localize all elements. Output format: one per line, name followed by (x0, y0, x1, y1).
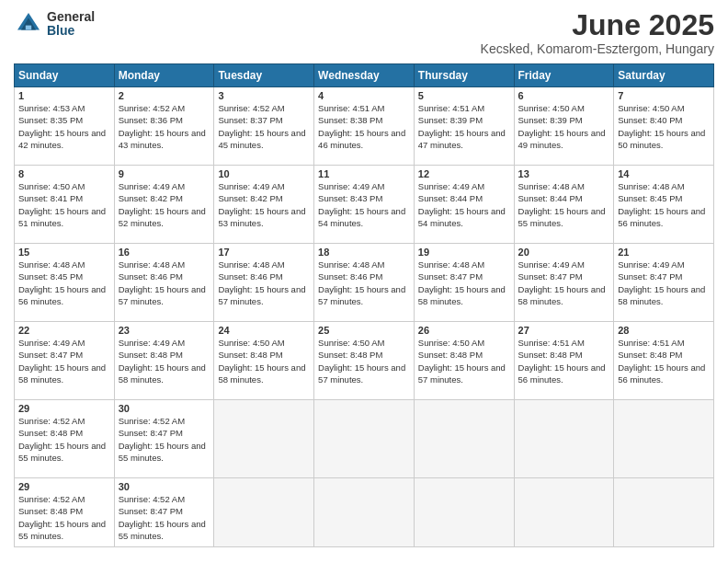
sunrise-text: Sunrise: 4:49 AM (218, 181, 284, 191)
sunset-text: Sunset: 8:42 PM (218, 193, 282, 203)
day-info: Sunrise: 4:51 AM Sunset: 8:39 PM Dayligh… (418, 102, 510, 151)
day-info: Sunrise: 4:49 AM Sunset: 8:43 PM Dayligh… (318, 180, 410, 229)
sunrise-text: Sunrise: 4:48 AM (418, 259, 484, 270)
day-info: Sunrise: 4:48 AM Sunset: 8:45 PM Dayligh… (18, 259, 110, 307)
logo-general-text: General (47, 10, 95, 24)
daylight-text: Daylight: 15 hours and 58 minutes. (518, 284, 606, 306)
table-row: 15 Sunrise: 4:48 AM Sunset: 8:45 PM Dayl… (15, 244, 115, 322)
sunset-text: Sunset: 8:48 PM (119, 350, 183, 360)
sunrise-text: Sunrise: 4:49 AM (318, 181, 384, 191)
day-number: 6 (518, 90, 610, 101)
table-row: 27 Sunrise: 4:51 AM Sunset: 8:48 PM Dayl… (514, 322, 614, 400)
sunrise-text: Sunrise: 4:48 AM (318, 259, 384, 270)
daylight-text: Daylight: 15 hours and 43 minutes. (119, 128, 206, 150)
daylight-text: Daylight: 15 hours and 49 minutes. (518, 128, 606, 150)
day-number: 19 (418, 247, 510, 258)
day-number: 30 (119, 403, 210, 414)
day-number: 21 (618, 247, 710, 258)
sunrise-text: Sunrise: 4:53 AM (18, 103, 85, 113)
daylight-text: Daylight: 15 hours and 55 minutes. (119, 441, 206, 463)
table-row: 6 Sunrise: 4:50 AM Sunset: 8:39 PM Dayli… (514, 87, 614, 166)
table-row: 23 Sunrise: 4:49 AM Sunset: 8:48 PM Dayl… (114, 322, 214, 400)
daylight-text: Daylight: 15 hours and 57 minutes. (418, 362, 506, 385)
day-number: 13 (518, 168, 610, 179)
sunset-text: Sunset: 8:48 PM (518, 350, 583, 360)
day-info: Sunrise: 4:51 AM Sunset: 8:48 PM Dayligh… (618, 337, 710, 385)
day-info: Sunrise: 4:50 AM Sunset: 8:48 PM Dayligh… (418, 337, 510, 385)
sunset-text: Sunset: 8:41 PM (18, 193, 83, 203)
calendar-week-row: 29 Sunrise: 4:52 AM Sunset: 8:48 PM Dayl… (15, 400, 714, 478)
daylight-text: Daylight: 15 hours and 46 minutes. (318, 128, 405, 150)
sunset-text: Sunset: 8:38 PM (318, 115, 382, 125)
sunset-text: Sunset: 8:48 PM (418, 350, 483, 360)
day-number: 5 (418, 90, 510, 101)
table-row (514, 400, 614, 478)
table-row (414, 478, 514, 547)
sunrise-text: Sunrise: 4:52 AM (18, 416, 85, 426)
day-number: 1 (18, 90, 110, 101)
day-number: 22 (18, 325, 110, 336)
sunset-text: Sunset: 8:46 PM (318, 271, 382, 282)
table-row: 16 Sunrise: 4:48 AM Sunset: 8:46 PM Dayl… (114, 244, 214, 322)
day-number: 15 (18, 247, 110, 258)
daylight-text: Daylight: 15 hours and 55 minutes. (18, 519, 106, 541)
day-info: Sunrise: 4:52 AM Sunset: 8:48 PM Dayligh… (18, 493, 110, 542)
daylight-text: Daylight: 15 hours and 58 minutes. (18, 362, 106, 385)
sunrise-text: Sunrise: 4:48 AM (518, 181, 585, 191)
day-number: 9 (119, 168, 210, 179)
daylight-text: Daylight: 15 hours and 42 minutes. (18, 128, 106, 150)
sunset-text: Sunset: 8:47 PM (119, 428, 183, 438)
sunrise-text: Sunrise: 4:52 AM (218, 103, 284, 113)
sunrise-text: Sunrise: 4:50 AM (618, 103, 684, 113)
daylight-text: Daylight: 15 hours and 57 minutes. (318, 362, 405, 385)
daylight-text: Daylight: 15 hours and 56 minutes. (618, 206, 705, 228)
sunset-text: Sunset: 8:37 PM (218, 115, 282, 125)
th-saturday: Saturday (614, 64, 714, 87)
sunset-text: Sunset: 8:40 PM (618, 115, 682, 125)
sunset-text: Sunset: 8:39 PM (518, 115, 583, 125)
table-row: 1 Sunrise: 4:53 AM Sunset: 8:35 PM Dayli… (15, 87, 115, 166)
daylight-text: Daylight: 15 hours and 58 minutes. (218, 362, 305, 385)
table-row: 20 Sunrise: 4:49 AM Sunset: 8:47 PM Dayl… (514, 244, 614, 322)
sunset-text: Sunset: 8:46 PM (218, 271, 282, 282)
sunrise-text: Sunrise: 4:51 AM (318, 103, 384, 113)
daylight-text: Daylight: 15 hours and 57 minutes. (119, 284, 206, 306)
day-number: 29 (18, 403, 110, 414)
day-info: Sunrise: 4:53 AM Sunset: 8:35 PM Dayligh… (18, 102, 110, 151)
day-number: 17 (218, 247, 310, 258)
sunrise-text: Sunrise: 4:49 AM (119, 338, 185, 348)
calendar-week-row: 15 Sunrise: 4:48 AM Sunset: 8:45 PM Dayl… (15, 244, 714, 322)
table-row (514, 478, 614, 547)
day-info: Sunrise: 4:52 AM Sunset: 8:48 PM Dayligh… (18, 415, 110, 464)
day-number: 20 (518, 247, 610, 258)
day-info: Sunrise: 4:49 AM Sunset: 8:48 PM Dayligh… (119, 337, 210, 385)
table-row (314, 400, 415, 478)
day-number: 7 (618, 90, 710, 101)
day-info: Sunrise: 4:48 AM Sunset: 8:46 PM Dayligh… (119, 259, 210, 307)
day-info: Sunrise: 4:50 AM Sunset: 8:39 PM Dayligh… (518, 102, 610, 151)
sunrise-text: Sunrise: 4:52 AM (18, 494, 85, 504)
th-sunday: Sunday (15, 64, 115, 87)
day-number: 30 (119, 481, 210, 492)
day-number: 27 (518, 325, 610, 336)
daylight-text: Daylight: 15 hours and 52 minutes. (119, 206, 206, 228)
sunrise-text: Sunrise: 4:51 AM (618, 338, 684, 348)
sunset-text: Sunset: 8:45 PM (618, 193, 682, 203)
table-row: 7 Sunrise: 4:50 AM Sunset: 8:40 PM Dayli… (614, 87, 714, 166)
day-number: 25 (318, 325, 410, 336)
location: Kecsked, Komarom-Esztergom, Hungary (481, 41, 714, 56)
day-info: Sunrise: 4:49 AM Sunset: 8:47 PM Dayligh… (18, 337, 110, 385)
sunset-text: Sunset: 8:47 PM (18, 350, 83, 360)
sunrise-text: Sunrise: 4:50 AM (218, 338, 284, 348)
daylight-text: Daylight: 15 hours and 57 minutes. (218, 284, 305, 306)
table-row: 12 Sunrise: 4:49 AM Sunset: 8:44 PM Dayl… (414, 166, 514, 244)
daylight-text: Daylight: 15 hours and 57 minutes. (318, 284, 405, 306)
table-row: 18 Sunrise: 4:48 AM Sunset: 8:46 PM Dayl… (314, 244, 415, 322)
day-number: 28 (618, 325, 710, 336)
sunrise-text: Sunrise: 4:52 AM (119, 416, 185, 426)
th-monday: Monday (114, 64, 214, 87)
table-row: 19 Sunrise: 4:48 AM Sunset: 8:47 PM Dayl… (414, 244, 514, 322)
logo-blue-text: Blue (47, 24, 95, 38)
day-info: Sunrise: 4:52 AM Sunset: 8:36 PM Dayligh… (119, 102, 210, 151)
table-row: 14 Sunrise: 4:48 AM Sunset: 8:45 PM Dayl… (614, 166, 714, 244)
